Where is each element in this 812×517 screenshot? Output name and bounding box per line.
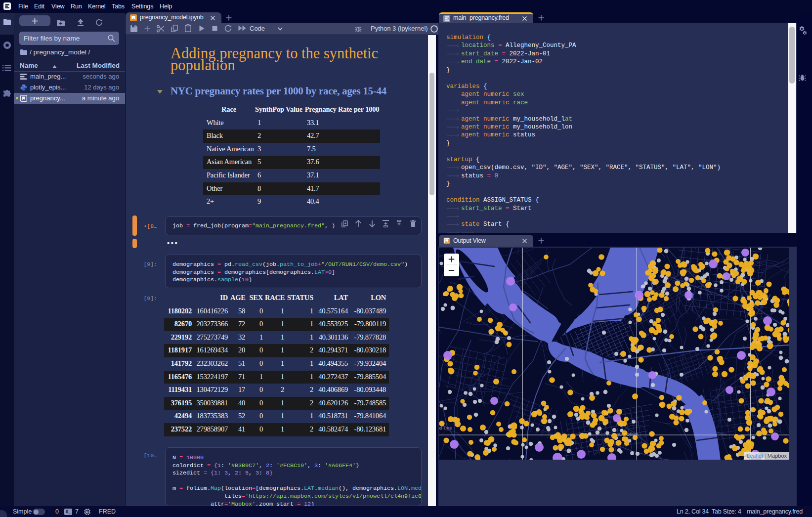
- svg-text:od Tree: od Tree: [439, 426, 452, 431]
